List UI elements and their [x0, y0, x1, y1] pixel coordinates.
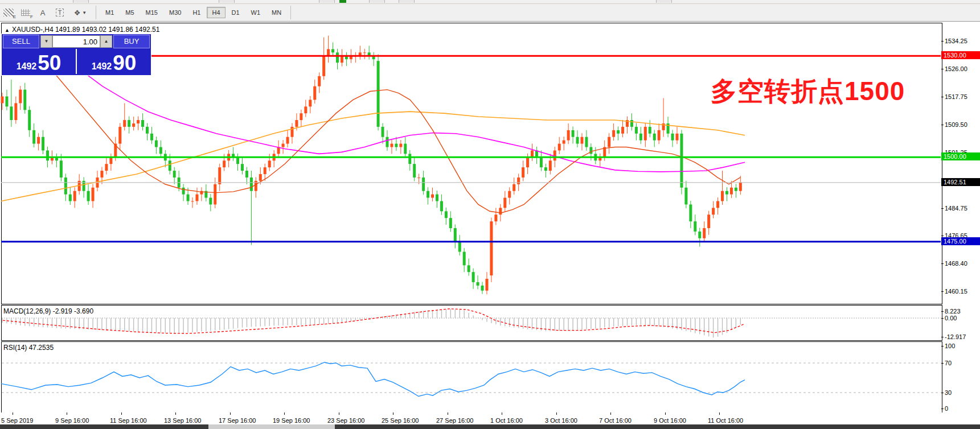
macd-axis-label: 0.00 — [945, 315, 957, 321]
macd-axis-label: 8.223 — [945, 308, 961, 315]
objects-icon[interactable]: ❖▼ — [69, 6, 91, 19]
rsi-axis-label: 0 — [945, 405, 948, 412]
chevron-down-icon: ▼ — [82, 10, 87, 15]
green-price-badge: 1500.00 — [941, 152, 980, 160]
time-tick-label: 11 Oct 16:00 — [708, 417, 743, 424]
clipped-button — [399, 0, 415, 3]
text-box-icon[interactable]: T — [52, 6, 67, 19]
sell-price-small: 1492 — [17, 60, 37, 73]
grid-icon[interactable]: F — [18, 6, 33, 19]
clipped-button — [319, 0, 335, 3]
timeframe-m1[interactable]: M1 — [100, 7, 119, 18]
toolbar-separator — [96, 6, 96, 19]
time-tick-label: 23 Sep 16:00 — [327, 417, 364, 424]
time-tick-mark — [284, 412, 285, 415]
time-tick-label: 19 Sep 16:00 — [273, 417, 310, 424]
time-tick-mark — [13, 412, 13, 415]
time-tick-mark — [393, 412, 393, 415]
price-tick: 1517.75 — [945, 93, 967, 100]
macd-axis-label: -12.917 — [945, 333, 966, 340]
clipped-button — [219, 0, 235, 3]
time-tick-mark — [67, 412, 67, 415]
clipped-taskbar — [0, 424, 980, 429]
clipped-green-button — [339, 0, 346, 3]
price-tick: 1509.50 — [945, 121, 967, 128]
triangle-icon: ▲ — [5, 27, 10, 33]
buy-price[interactable]: 1492 90 — [77, 49, 151, 74]
time-tick-mark — [610, 412, 611, 415]
time-tick-label: 27 Sep 16:00 — [436, 417, 473, 424]
price-tick: 1468.40 — [945, 260, 967, 267]
time-tick-mark — [556, 412, 557, 415]
time-tick-label: 9 Oct 16:00 — [654, 417, 686, 424]
clipped-button — [656, 0, 672, 3]
mt4-terminal: { "toolbar": { "icons": [ {"name":"indic… — [0, 0, 980, 429]
time-tick-mark — [175, 412, 176, 415]
time-tick-label: 7 Oct 16:00 — [599, 417, 632, 424]
time-tick-label: 9 Sep 16:00 — [55, 417, 89, 424]
buy-price-small: 1492 — [92, 60, 112, 73]
time-tick-mark — [448, 412, 448, 415]
macd-panel[interactable] — [1, 305, 942, 341]
chart-symbol-title: ▲XAUUSD-,H4 1491.89 1493.02 1491.86 1492… — [5, 26, 159, 34]
timeframe-h1[interactable]: H1 — [187, 7, 206, 18]
rsi-axis-label: 30 — [945, 389, 952, 396]
price-tick: 1484.75 — [945, 205, 967, 212]
timeframe-d1[interactable]: D1 — [227, 7, 245, 18]
price-tick: 1534.25 — [945, 38, 967, 44]
rsi-axis-label: 70 — [945, 360, 952, 366]
time-tick-label: 1 Oct 16:00 — [490, 417, 523, 424]
chart-annotation-text[interactable]: 多空转折点1500 — [711, 74, 905, 109]
one-click-trading-panel: SELL ▼ ▲ BUY 1492 50 1492 90 — [1, 34, 151, 76]
time-tick-label: 13 Sep 16:00 — [164, 417, 201, 424]
indicator-hatch-icon[interactable]: E — [1, 6, 16, 19]
buy-price-big: 90 — [113, 53, 136, 73]
clipped-taskbar-gap — [208, 424, 335, 429]
price-axis[interactable]: 1534.251526.001517.751509.501501.251484.… — [941, 23, 980, 424]
volume-input[interactable] — [52, 35, 100, 48]
time-tick-label: 11 Sep 16:00 — [110, 417, 147, 424]
timeframe-w1[interactable]: W1 — [246, 7, 266, 18]
time-tick-mark — [230, 412, 231, 415]
volume-increase-button[interactable]: ▲ — [100, 35, 112, 48]
sell-price[interactable]: 1492 50 — [2, 49, 77, 74]
rsi-label: RSI(14) 47.2535 — [3, 344, 54, 352]
rsi-axis-label: 100 — [945, 343, 955, 349]
toolbar-separator — [290, 6, 291, 19]
timeframe-m30[interactable]: M30 — [164, 7, 186, 18]
time-tick-mark — [665, 412, 666, 415]
timeframe-bar: M1M5M15M30H1H4D1W1MN — [100, 7, 287, 18]
time-axis[interactable]: 5 Sep 20199 Sep 16:0011 Sep 16:0013 Sep … — [0, 412, 980, 424]
text-label-icon[interactable]: A — [35, 6, 50, 19]
time-tick-label: 5 Sep 2019 — [1, 417, 33, 424]
time-tick-label: 17 Sep 16:00 — [219, 417, 256, 424]
timeframe-m15[interactable]: M15 — [141, 7, 163, 18]
chart-toolbar: E F A T ❖▼ M1M5M15M30H1H4D1W1MN — [0, 4, 980, 22]
timeframe-m5[interactable]: M5 — [120, 7, 139, 18]
buy-button[interactable]: BUY — [113, 35, 150, 48]
clipped-button — [369, 0, 385, 3]
price-tick: 1526.00 — [945, 65, 967, 72]
sell-button[interactable]: SELL — [3, 35, 39, 48]
macd-label: MACD(12,26,9) -2.919 -3.690 — [3, 307, 93, 315]
time-tick-mark — [502, 412, 502, 415]
red-price-badge: 1530.00 — [941, 51, 980, 59]
black-price-badge: 1492.51 — [941, 178, 980, 186]
volume-decrease-button[interactable]: ▼ — [40, 35, 52, 48]
price-tick: 1460.15 — [945, 288, 967, 295]
blue-price-badge: 1475.00 — [941, 237, 980, 245]
time-tick-label: 3 Oct 16:00 — [545, 417, 577, 424]
time-tick-mark — [719, 412, 720, 415]
time-tick-mark — [121, 412, 122, 415]
time-tick-label: 25 Sep 16:00 — [382, 417, 419, 424]
clipped-upper-toolbar — [0, 0, 980, 4]
timeframe-h4[interactable]: H4 — [207, 7, 225, 18]
time-tick-mark — [339, 412, 339, 415]
clipped-button — [73, 0, 89, 3]
sell-price-big: 50 — [38, 53, 61, 73]
timeframe-mn[interactable]: MN — [266, 7, 286, 18]
rsi-panel[interactable] — [1, 341, 942, 414]
